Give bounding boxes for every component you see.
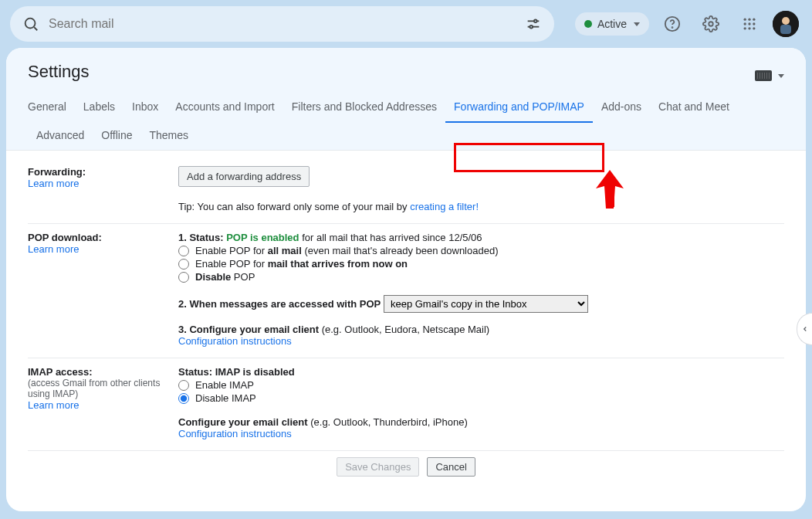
help-icon[interactable] xyxy=(657,8,688,39)
imap-configure-suffix: (e.g. Outlook, Thunderbird, iPhone) xyxy=(308,416,468,428)
keyboard-icon xyxy=(755,70,772,81)
forwarding-learn-more-link[interactable]: Learn more xyxy=(28,178,79,189)
svg-point-16 xyxy=(748,27,750,29)
svg-point-9 xyxy=(744,19,746,21)
pop-config-instructions-link[interactable]: Configuration instructions xyxy=(178,335,292,347)
create-filter-link[interactable]: creating a filter! xyxy=(410,201,479,212)
chevron-down-icon xyxy=(778,74,784,78)
add-forwarding-address-button[interactable]: Add a forwarding address xyxy=(178,166,310,187)
pop-status-suffix: for all mail that has arrived since 12/5… xyxy=(299,232,482,243)
tab-offline[interactable]: Offline xyxy=(93,123,140,150)
svg-line-1 xyxy=(34,27,37,30)
status-label: Active xyxy=(597,18,627,30)
imap-enable-label: Enable IMAP xyxy=(195,379,254,391)
pop-disable-radio[interactable]: Disable POP xyxy=(178,271,784,283)
search-input[interactable] xyxy=(44,17,520,31)
pop-enable-now-bold: mail that arrives from now on xyxy=(268,258,408,270)
pop-configure-label: 3. Configure your email client xyxy=(178,324,319,335)
pop-disable-bold: Disable xyxy=(195,271,231,283)
imap-sublabel: (access Gmail from other clients using I… xyxy=(28,378,171,399)
pop-enable-now-radio[interactable]: Enable POP for mail that arrives from no… xyxy=(178,258,784,270)
tab-general[interactable]: General xyxy=(28,94,75,123)
pop-enable-all-radio-input[interactable] xyxy=(178,246,189,256)
pop-status-value: POP is enabled xyxy=(226,232,299,243)
cancel-button[interactable]: Cancel xyxy=(427,457,475,477)
settings-header: Settings General Labels Inbox Accounts a… xyxy=(6,48,806,151)
imap-label: IMAP access: xyxy=(28,366,171,378)
imap-status: Status: IMAP is disabled xyxy=(178,366,784,378)
imap-enable-radio-input[interactable] xyxy=(178,380,189,391)
section-pop-download: POP download: Learn more 1. Status: POP … xyxy=(28,224,784,358)
svg-point-0 xyxy=(25,19,36,29)
tab-labels[interactable]: Labels xyxy=(75,94,123,123)
tab-advanced[interactable]: Advanced xyxy=(28,123,93,150)
search-container[interactable] xyxy=(10,6,554,42)
avatar[interactable] xyxy=(773,11,799,37)
imap-enable-radio[interactable]: Enable IMAP xyxy=(178,379,784,391)
svg-rect-20 xyxy=(780,25,791,34)
section-imap-access: IMAP access: (access Gmail from other cl… xyxy=(28,358,784,451)
settings-gear-icon[interactable] xyxy=(695,8,726,39)
pop-when-accessed-label: 2. When messages are accessed with POP xyxy=(178,298,381,310)
imap-learn-more-link[interactable]: Learn more xyxy=(28,399,79,411)
svg-point-13 xyxy=(748,22,750,25)
imap-configure-label: Configure your email client xyxy=(178,416,308,428)
imap-disable-label: Disable IMAP xyxy=(195,392,256,404)
settings-panel: Settings General Labels Inbox Accounts a… xyxy=(6,48,806,511)
svg-point-19 xyxy=(782,17,790,25)
forwarding-tip-text: Tip: You can also forward only some of y… xyxy=(178,201,410,212)
save-changes-button: Save Changes xyxy=(337,457,419,477)
tune-icon[interactable] xyxy=(520,11,546,37)
tab-filters-blocked[interactable]: Filters and Blocked Addresses xyxy=(283,94,445,123)
pop-label: POP download: xyxy=(28,232,171,243)
chevron-down-icon xyxy=(634,22,640,26)
svg-point-14 xyxy=(753,22,755,25)
pop-status-prefix: 1. Status: xyxy=(178,232,226,243)
status-active-dot xyxy=(584,20,592,28)
pop-enable-now-radio-input[interactable] xyxy=(178,259,189,270)
tab-addons[interactable]: Add-ons xyxy=(593,94,650,123)
pop-disable-radio-input[interactable] xyxy=(178,272,189,283)
imap-disable-radio[interactable]: Disable IMAP xyxy=(178,392,784,404)
svg-point-7 xyxy=(672,27,673,28)
pop-configure-suffix: (e.g. Outlook, Eudora, Netscape Mail) xyxy=(319,324,489,335)
page-title: Settings xyxy=(28,62,90,90)
pop-disable-suffix: POP xyxy=(231,271,255,283)
imap-disable-radio-input[interactable] xyxy=(178,393,189,404)
pop-learn-more-link[interactable]: Learn more xyxy=(28,243,79,255)
tab-inbox[interactable]: Inbox xyxy=(123,94,167,123)
imap-config-instructions-link[interactable]: Configuration instructions xyxy=(178,428,292,439)
pop-enable-all-bold: all mail xyxy=(268,245,302,256)
svg-point-3 xyxy=(534,20,537,23)
svg-point-5 xyxy=(529,25,533,29)
pop-enable-all-prefix: Enable POP for xyxy=(195,245,268,256)
pop-when-accessed-select[interactable]: keep Gmail's copy in the Inbox xyxy=(384,295,588,313)
topbar: Active xyxy=(0,0,812,48)
input-tools-toggle[interactable] xyxy=(755,70,784,81)
tab-forwarding-pop-imap[interactable]: Forwarding and POP/IMAP xyxy=(445,94,593,123)
search-icon[interactable] xyxy=(18,11,44,37)
status-pill[interactable]: Active xyxy=(575,12,649,36)
tab-accounts-import[interactable]: Accounts and Import xyxy=(167,94,283,123)
svg-point-17 xyxy=(753,27,755,29)
tab-chat-meet[interactable]: Chat and Meet xyxy=(650,94,738,123)
settings-content: Forwarding: Learn more Add a forwarding … xyxy=(6,151,806,511)
svg-point-15 xyxy=(744,27,746,29)
pop-enable-now-prefix: Enable POP for xyxy=(195,258,268,270)
svg-point-8 xyxy=(709,22,713,26)
section-forwarding: Forwarding: Learn more Add a forwarding … xyxy=(28,158,784,224)
svg-point-10 xyxy=(748,19,750,21)
svg-point-12 xyxy=(744,22,746,25)
svg-point-11 xyxy=(753,19,755,21)
pop-enable-all-suffix: (even mail that's already been downloade… xyxy=(302,245,499,256)
apps-grid-icon[interactable] xyxy=(734,8,765,39)
forwarding-label: Forwarding: xyxy=(28,166,171,178)
settings-tabs: General Labels Inbox Accounts and Import… xyxy=(28,94,784,150)
pop-enable-all-radio[interactable]: Enable POP for all mail (even mail that'… xyxy=(178,245,784,256)
tab-themes[interactable]: Themes xyxy=(141,123,198,150)
footer-buttons: Save Changes Cancel xyxy=(28,451,784,480)
